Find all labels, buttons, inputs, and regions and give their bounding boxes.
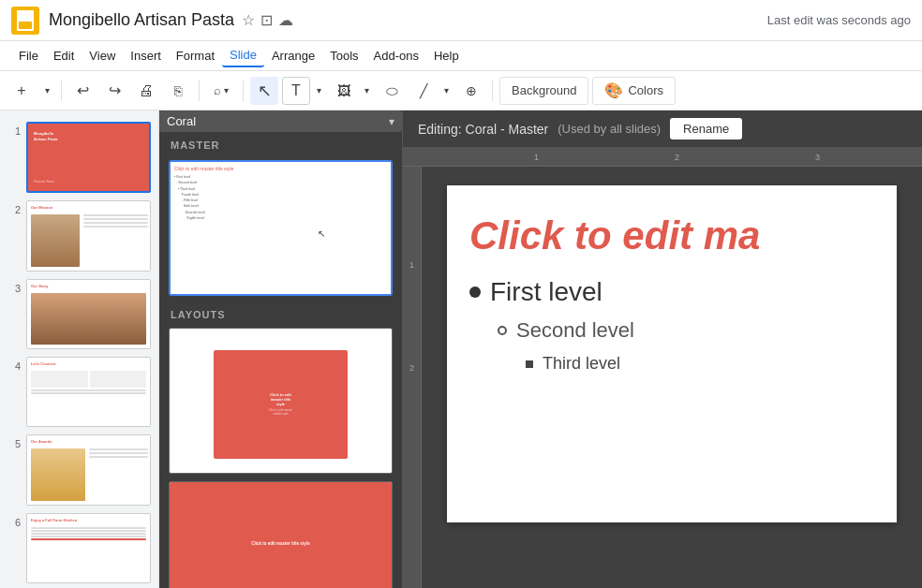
master-panel: Coral ▾ MASTER Click to edit master titl…: [159, 110, 403, 588]
menu-slide[interactable]: Slide: [222, 44, 264, 67]
bullet-level-2: Second level: [498, 318, 874, 343]
text-tool-group: T ▾: [282, 77, 326, 105]
slide-item-4[interactable]: 4 Let's Connect: [0, 353, 158, 431]
layout-coral-box: Click to editmaster titlestyle Click to …: [214, 350, 347, 459]
menu-edit[interactable]: Edit: [46, 45, 82, 66]
zoom-icon: ⌕: [214, 83, 221, 97]
slide-thumb-6[interactable]: Enjoy a Full Farm Kitchen: [26, 513, 151, 583]
toolbar-divider-2: [199, 81, 200, 101]
menu-tools[interactable]: Tools: [322, 45, 365, 66]
slide-canvas[interactable]: Click to edit ma First level Second leve…: [447, 185, 897, 522]
text-tool-dropdown[interactable]: ▾: [311, 77, 326, 105]
zoom-group: ⌕ ▾: [206, 80, 236, 101]
bullet-circle-2: [498, 326, 507, 335]
menu-insert[interactable]: Insert: [123, 45, 169, 66]
text-tool-btn[interactable]: T: [282, 77, 310, 105]
h-ruler: 1 2 3: [403, 148, 922, 167]
slide-canvas-content: Click to edit ma First level Second leve…: [447, 185, 897, 402]
image-tool-dropdown[interactable]: ▾: [359, 77, 374, 105]
slide-item-6[interactable]: 6 Enjoy a Full Farm Kitchen: [0, 509, 158, 587]
zoom-btn[interactable]: ⌕ ▾: [206, 80, 236, 101]
slide-thumb-2[interactable]: Our Mission: [26, 200, 151, 271]
slide-main-title: Click to edit ma: [469, 213, 874, 258]
comment-btn[interactable]: ⊕: [457, 77, 485, 105]
add-slide-btn[interactable]: +: [7, 77, 36, 105]
doc-title[interactable]: Mongibello Artisan Pasta: [49, 10, 234, 30]
slide-thumb-3[interactable]: Our Story: [26, 279, 151, 349]
paint-format-btn[interactable]: ⎘: [164, 77, 192, 105]
ruler-mark-1: 1: [534, 153, 539, 162]
background-btn[interactable]: Background: [499, 77, 588, 105]
slide-number-6: 6: [7, 517, 21, 528]
layout-full-coral: Click to edit master title style: [170, 482, 392, 588]
cloud-icon[interactable]: ☁: [278, 11, 293, 29]
toolbar-divider-3: [243, 81, 244, 101]
bullet-square-3: [526, 360, 533, 368]
print-btn[interactable]: 🖨: [132, 77, 160, 105]
theme-selector[interactable]: Coral ▾: [159, 110, 402, 132]
slide-number-3: 3: [7, 283, 21, 294]
theme-name: Coral: [167, 114, 385, 128]
undo-btn[interactable]: ↩: [68, 77, 97, 105]
bullet-level-3: Third level: [526, 354, 874, 374]
colors-btn[interactable]: 🎨 Colors: [592, 77, 676, 105]
app-icon: [11, 7, 39, 35]
dropdown-arrow-btn[interactable]: ▾: [39, 77, 54, 105]
bullet-3-text: Third level: [543, 354, 620, 374]
shape-btn[interactable]: ⬭: [378, 77, 406, 105]
slide-item-5[interactable]: 5 Our Awards: [0, 431, 158, 508]
line-tool-dropdown[interactable]: ▾: [439, 77, 454, 105]
redo-btn[interactable]: ↪: [100, 77, 128, 105]
slide-thumb-1[interactable]: MongibelloArtisan Pasta Presenter Name: [26, 122, 151, 193]
bullet-2-text: Second level: [516, 318, 634, 343]
canvas-area: Click to edit ma First level Second leve…: [422, 167, 922, 588]
image-tool-group: 🖼 ▾: [330, 77, 374, 105]
editing-header: Editing: Coral - Master (Used by all sli…: [403, 110, 922, 148]
zoom-dropdown-arrow: ▾: [224, 85, 229, 96]
slide-number-2: 2: [7, 204, 21, 215]
slide-item-1[interactable]: 1 MongibelloArtisan Pasta Presenter Name: [0, 118, 158, 197]
menu-help[interactable]: Help: [426, 45, 467, 66]
slide-thumb-4[interactable]: Let's Connect: [26, 357, 151, 427]
layout-item-1[interactable]: Click to editmaster titlestyle Click to …: [159, 324, 402, 478]
main-layout: 1 MongibelloArtisan Pasta Presenter Name…: [0, 110, 922, 588]
save-icon[interactable]: ⊡: [260, 11, 273, 29]
menu-bar: File Edit View Insert Format Slide Arran…: [0, 41, 922, 71]
theme-dropdown-arrow: ▾: [389, 115, 394, 128]
layout-thumb-box-1: Click to editmaster titlestyle Click to …: [169, 328, 393, 474]
image-tool-btn[interactable]: 🖼: [330, 77, 358, 105]
editing-label: Editing: Coral - Master: [418, 122, 548, 137]
toolbar-divider-1: [61, 81, 62, 101]
layout-thumb-box-2: Click to edit master title style: [169, 481, 393, 588]
v-ruler: 1 2: [403, 167, 422, 588]
toolbar-divider-4: [492, 81, 493, 101]
last-edit-text: Last edit was seconds ago: [767, 13, 911, 27]
menu-view[interactable]: View: [82, 45, 123, 66]
editing-area: Editing: Coral - Master (Used by all sli…: [403, 110, 922, 588]
title-icons: ☆ ⊡ ☁: [242, 11, 293, 29]
bullet-dot-1: [469, 287, 481, 298]
menu-arrange[interactable]: Arrange: [264, 45, 322, 66]
slide-panel: 1 MongibelloArtisan Pasta Presenter Name…: [0, 110, 159, 588]
layout-item-2[interactable]: Click to edit master title style: [159, 478, 402, 588]
cursor-btn[interactable]: ↖: [250, 77, 278, 105]
ruler-mark-2: 2: [675, 153, 679, 162]
bullet-level-1: First level: [469, 277, 874, 307]
menu-file[interactable]: File: [11, 45, 46, 66]
slide-number-4: 4: [7, 360, 21, 372]
rename-btn[interactable]: Rename: [670, 118, 742, 140]
menu-format[interactable]: Format: [169, 45, 222, 66]
slide-item-2[interactable]: 2 Our Mission: [0, 197, 158, 274]
line-tool-btn[interactable]: ╱: [409, 77, 438, 105]
colors-icon: 🎨: [604, 81, 623, 99]
slide-thumb-5[interactable]: Our Awards: [26, 434, 151, 505]
layouts-section-label: LAYOUTS: [159, 301, 402, 324]
v-ruler-mark-2: 2: [409, 363, 414, 373]
slide-item-3[interactable]: 3 Our Story: [0, 275, 158, 353]
slide-number-5: 5: [7, 438, 21, 449]
star-icon[interactable]: ☆: [242, 11, 255, 29]
master-section-label: MASTER: [159, 132, 402, 154]
editing-used: (Used by all slides): [558, 122, 661, 136]
menu-addons[interactable]: Add-ons: [366, 45, 426, 66]
master-thumb-item[interactable]: Click to edit master title style • First…: [159, 154, 402, 301]
